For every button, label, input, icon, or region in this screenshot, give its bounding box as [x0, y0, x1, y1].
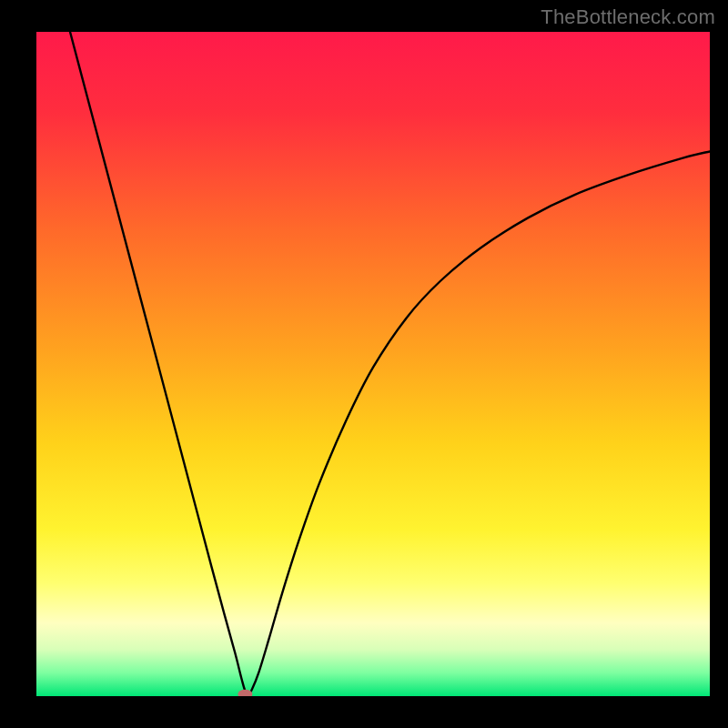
gradient-background	[36, 32, 710, 696]
plot-area	[36, 32, 710, 696]
bottleneck-chart	[36, 32, 710, 696]
watermark-text: TheBottleneck.com	[541, 5, 715, 29]
chart-frame: TheBottleneck.com	[0, 0, 728, 728]
